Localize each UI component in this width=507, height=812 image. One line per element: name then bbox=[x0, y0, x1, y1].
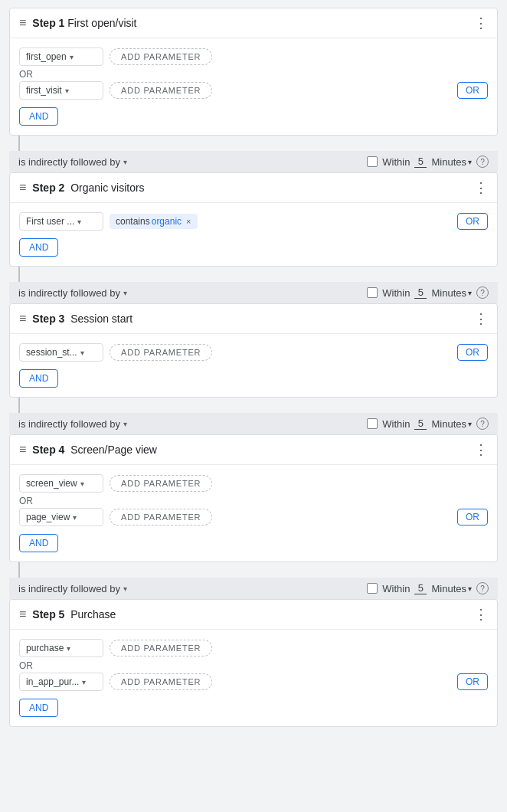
step-4-event-1-add-param[interactable]: ADD PARAMETER bbox=[110, 475, 212, 492]
step-5-event-1-add-param[interactable]: ADD PARAMETER bbox=[110, 640, 212, 656]
connector-2-dropdown[interactable]: is indirectly followed by ▾ bbox=[18, 287, 127, 299]
connector-1-row: is indirectly followed by ▾ Within 5 Min… bbox=[9, 151, 498, 172]
connector-3-label: is indirectly followed by bbox=[18, 418, 120, 430]
step-4-event-2-add-param[interactable]: ADD PARAMETER bbox=[110, 509, 212, 526]
step-3-title: Step 3 Session start bbox=[32, 313, 132, 325]
connector-4-dropdown[interactable]: is indirectly followed by ▾ bbox=[18, 583, 127, 594]
connector-2-within: Within 5 Minutes ▾ ? bbox=[367, 286, 489, 299]
connector-1-label: is indirectly followed by bbox=[18, 156, 120, 168]
connector-3-within: Within 5 Minutes ▾ ? bbox=[367, 417, 489, 430]
connector-3-checkbox[interactable] bbox=[367, 418, 378, 429]
step-3-event-1-dropdown[interactable]: session_st... ▾ bbox=[19, 343, 103, 362]
step-1-title-text: First open/visit bbox=[67, 17, 136, 29]
step-4-event-1-arrow: ▾ bbox=[80, 480, 84, 488]
step-5-and-btn[interactable]: AND bbox=[19, 699, 58, 717]
step-2-or-btn[interactable]: OR bbox=[457, 213, 488, 230]
connector-1-within-unit[interactable]: Minutes ▾ bbox=[431, 156, 472, 168]
step-1-event-1-dropdown[interactable]: first_open ▾ bbox=[19, 47, 103, 66]
connector-2-line bbox=[18, 267, 20, 282]
connector-4-unit-text: Minutes bbox=[431, 583, 466, 594]
step-5-event-2-name: in_app_pur... bbox=[26, 676, 79, 687]
step-4-event-2-dropdown[interactable]: page_view ▾ bbox=[19, 508, 103, 526]
step-5-or-btn[interactable]: OR bbox=[457, 673, 488, 690]
connector-1-help-icon[interactable]: ? bbox=[476, 156, 489, 168]
step-5-body: purchase ▾ ADD PARAMETER OR in_app_pur..… bbox=[10, 630, 497, 726]
step-4-or-btn[interactable]: OR bbox=[457, 509, 488, 526]
connector-1-arrow: ▾ bbox=[123, 158, 127, 166]
step-5-title: Step 5 Purchase bbox=[32, 608, 116, 620]
step-4-event-1-name: screen_view bbox=[26, 478, 77, 489]
connector-4-line bbox=[18, 562, 20, 578]
step-2-body: First user ... ▾ contains organic × OR A… bbox=[10, 203, 497, 266]
step-3-event-1-arrow: ▾ bbox=[80, 349, 84, 357]
step-4-event-2-name: page_view bbox=[26, 512, 70, 522]
step-3-title-text: Session start bbox=[70, 313, 132, 325]
step-4-drag-handle-icon: ≡ bbox=[19, 443, 26, 457]
step-3-more-icon[interactable]: ⋮ bbox=[474, 312, 488, 326]
connector-1-within-value[interactable]: 5 bbox=[414, 156, 427, 168]
step-5-title-text: Purchase bbox=[70, 608, 116, 620]
connector-4-row: is indirectly followed by ▾ Within 5 Min… bbox=[9, 578, 498, 599]
step-1-header: ≡ Step 1 First open/visit ⋮ bbox=[10, 8, 497, 38]
step-5-event-2-add-param[interactable]: ADD PARAMETER bbox=[110, 673, 212, 690]
step-2-title: Step 2 Organic visitors bbox=[32, 182, 144, 194]
step-4-event-row-2: page_view ▾ ADD PARAMETER OR bbox=[19, 508, 488, 526]
connector-4-within-label: Within bbox=[382, 583, 410, 594]
connector-2-within-unit[interactable]: Minutes ▾ bbox=[431, 287, 472, 299]
step-5-event-2-dropdown[interactable]: in_app_pur... ▾ bbox=[19, 673, 103, 691]
step-1-more-icon[interactable]: ⋮ bbox=[474, 16, 488, 30]
step-4-and-btn[interactable]: AND bbox=[19, 534, 58, 552]
connector-2-unit-text: Minutes bbox=[431, 287, 466, 299]
step-3-or-btn[interactable]: OR bbox=[457, 344, 488, 361]
connector-2-within-value[interactable]: 5 bbox=[414, 286, 427, 299]
step-2-event-row-1: First user ... ▾ contains organic × OR bbox=[19, 212, 488, 231]
step-2-more-icon[interactable]: ⋮ bbox=[474, 181, 488, 195]
step-1-event-2-add-param[interactable]: ADD PARAMETER bbox=[110, 82, 212, 99]
connector-1-checkbox[interactable] bbox=[367, 156, 378, 167]
connector-2-line-wrap bbox=[0, 267, 507, 282]
connector-4-unit-arrow: ▾ bbox=[468, 584, 472, 593]
step-5-more-icon[interactable]: ⋮ bbox=[474, 607, 488, 621]
step-5-drag-handle-icon: ≡ bbox=[19, 607, 26, 621]
connector-4-within-unit[interactable]: Minutes ▾ bbox=[431, 583, 472, 594]
connector-2-checkbox[interactable] bbox=[367, 287, 378, 298]
connector-4-help-icon[interactable]: ? bbox=[476, 582, 489, 594]
step-1-and-btn[interactable]: AND bbox=[19, 107, 58, 126]
connector-1-dropdown[interactable]: is indirectly followed by ▾ bbox=[18, 156, 127, 168]
step-2-event-1-name: First user ... bbox=[26, 216, 74, 227]
connector-4-arrow: ▾ bbox=[123, 584, 127, 593]
step-2-header: ≡ Step 2 Organic visitors ⋮ bbox=[10, 173, 497, 203]
step-4-event-1-dropdown[interactable]: screen_view ▾ bbox=[19, 474, 103, 493]
step-2-tag-close[interactable]: × bbox=[186, 217, 191, 226]
connector-4-within-value[interactable]: 5 bbox=[414, 582, 427, 594]
step-2-event-1-dropdown[interactable]: First user ... ▾ bbox=[19, 212, 103, 231]
step-1-event-1-add-param[interactable]: ADD PARAMETER bbox=[110, 48, 212, 65]
connector-3-unit-arrow: ▾ bbox=[468, 420, 472, 428]
step-4-title: Step 4 Screen/Page view bbox=[32, 444, 157, 456]
step-1-body: first_open ▾ ADD PARAMETER OR first_visi… bbox=[10, 38, 497, 135]
connector-2-help-icon[interactable]: ? bbox=[476, 286, 489, 299]
step-2-and-btn[interactable]: AND bbox=[19, 238, 58, 257]
connector-3-row: is indirectly followed by ▾ Within 5 Min… bbox=[9, 413, 498, 434]
drag-handle-icon: ≡ bbox=[19, 16, 26, 30]
step-3-event-1-add-param[interactable]: ADD PARAMETER bbox=[110, 344, 212, 361]
step-4-event-2-arrow: ▾ bbox=[73, 513, 77, 522]
step-1-event-2-dropdown[interactable]: first_visit ▾ bbox=[19, 81, 103, 100]
step-4-more-icon[interactable]: ⋮ bbox=[474, 443, 488, 457]
connector-3-help-icon[interactable]: ? bbox=[476, 417, 489, 430]
step-1-event-row-1: first_open ▾ ADD PARAMETER bbox=[19, 47, 488, 66]
step-3-card: ≡ Step 3 Session start ⋮ session_st... ▾… bbox=[9, 303, 498, 398]
connector-3-unit-text: Minutes bbox=[431, 418, 466, 430]
connector-4-checkbox[interactable] bbox=[367, 583, 378, 594]
step-2-tag-value: organic bbox=[152, 216, 182, 227]
step-2-contains-row: contains organic × bbox=[110, 214, 457, 229]
connector-3-dropdown[interactable]: is indirectly followed by ▾ bbox=[18, 418, 127, 430]
step-5-event-1-dropdown[interactable]: purchase ▾ bbox=[19, 639, 103, 657]
connector-3-within-value[interactable]: 5 bbox=[414, 417, 427, 430]
connector-3-line bbox=[18, 398, 20, 413]
step-1-or-btn[interactable]: OR bbox=[457, 82, 488, 99]
step-3-body: session_st... ▾ ADD PARAMETER OR AND bbox=[10, 334, 497, 397]
connector-3-within-unit[interactable]: Minutes ▾ bbox=[431, 418, 472, 430]
step-4-header: ≡ Step 4 Screen/Page view ⋮ bbox=[10, 435, 497, 465]
step-3-and-btn[interactable]: AND bbox=[19, 369, 58, 388]
